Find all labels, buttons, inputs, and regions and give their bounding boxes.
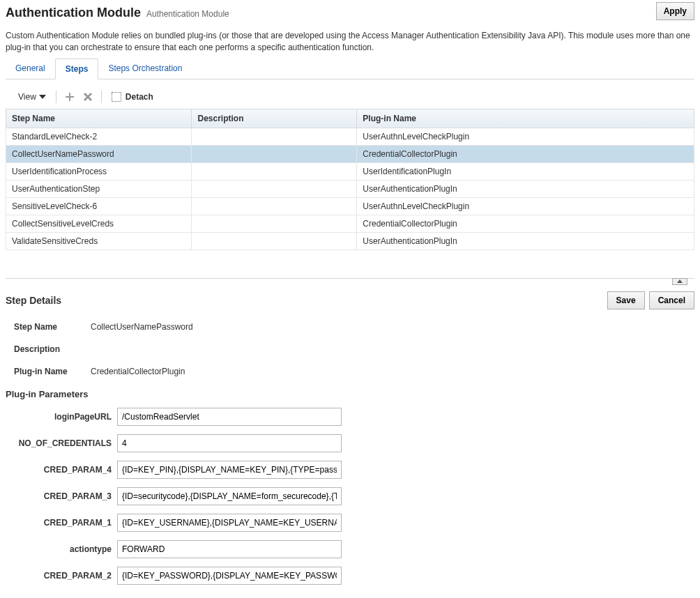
table-cell: UserAuthnLevelCheckPlugin (357, 197, 694, 215)
table-cell (192, 162, 357, 180)
module-description: Custom Authentication Module relies on b… (6, 30, 694, 54)
param-input[interactable] (117, 567, 342, 585)
save-button[interactable]: Save (607, 291, 645, 309)
param-label: CRED_PARAM_1 (6, 518, 112, 528)
table-cell: CredentialCollectorPlugin (357, 145, 694, 162)
table-row[interactable]: StandardLevelCheck-2UserAuthnLevelCheckP… (6, 128, 694, 145)
param-label: actiontype (6, 544, 112, 554)
param-label: CRED_PARAM_2 (6, 571, 112, 581)
table-cell (192, 128, 357, 145)
table-cell: CollectUserNamePassword (6, 145, 192, 162)
table-cell: ValidateSensitiveCreds (6, 232, 192, 250)
param-label: loginPageURL (6, 412, 112, 422)
table-cell: CredentialCollectorPlugin (357, 215, 694, 232)
table-toolbar: View Detach (6, 89, 694, 105)
add-button[interactable] (62, 89, 77, 105)
table-row[interactable]: CollectSensitiveLevelCredsCredentialColl… (6, 215, 694, 232)
cancel-button[interactable]: Cancel (649, 291, 694, 309)
toolbar-divider (56, 91, 56, 103)
splitter (6, 278, 694, 279)
apply-button[interactable]: Apply (656, 2, 694, 20)
tab-steps-orchestration[interactable]: Steps Orchestration (98, 59, 192, 79)
collapse-handle[interactable] (672, 278, 687, 285)
chevron-up-icon (677, 279, 683, 283)
table-cell: UserAuthenticationPlugIn (357, 232, 694, 250)
param-input[interactable] (117, 540, 342, 558)
toolbar-divider (101, 91, 102, 103)
detach-icon (112, 92, 121, 102)
plugin-parameters-title: Plug-in Parameters (6, 389, 694, 399)
param-label: CRED_PARAM_4 (6, 465, 112, 475)
table-cell: UserIdentificationPlugIn (357, 162, 694, 180)
view-label: View (18, 92, 36, 102)
table-cell: UserIdentificationProcess (6, 162, 192, 180)
table-row[interactable]: ValidateSensitiveCredsUserAuthentication… (6, 232, 694, 250)
detach-button[interactable]: Detach (107, 89, 158, 105)
label-step-name: Step Name (14, 322, 84, 332)
steps-table: Step Name Description Plug-in Name Stand… (6, 109, 694, 250)
table-cell (192, 197, 357, 215)
table-cell: CollectSensitiveLevelCreds (6, 215, 192, 232)
tab-steps[interactable]: Steps (55, 59, 99, 79)
tab-general[interactable]: General (6, 59, 55, 79)
param-input[interactable] (117, 434, 342, 452)
tabs: General Steps Steps Orchestration (6, 59, 694, 79)
label-description: Description (14, 344, 84, 354)
table-cell (192, 145, 357, 162)
chevron-down-icon (39, 95, 46, 99)
value-step-name: CollectUserNamePassword (91, 322, 193, 332)
param-input[interactable] (117, 461, 342, 479)
param-label: NO_OF_CREDENTIALS (6, 438, 112, 448)
table-cell (192, 180, 357, 197)
param-label: CRED_PARAM_3 (6, 491, 112, 501)
detach-label: Detach (125, 92, 153, 102)
table-row[interactable]: UserIdentificationProcessUserIdentificat… (6, 162, 694, 180)
table-row[interactable]: SensitiveLevelCheck-6UserAuthnLevelCheck… (6, 197, 694, 215)
label-plugin-name: Plug-in Name (14, 367, 84, 376)
col-description[interactable]: Description (192, 109, 357, 128)
step-details-title: Step Details (6, 295, 61, 306)
table-cell: UserAuthnLevelCheckPlugin (357, 128, 694, 145)
value-plugin-name: CredentialCollectorPlugin (91, 367, 185, 376)
table-cell (192, 215, 357, 232)
table-cell (192, 232, 357, 250)
param-input[interactable] (117, 408, 342, 426)
plus-icon (63, 91, 76, 103)
table-cell: UserAuthenticationStep (6, 180, 192, 197)
delete-button[interactable] (80, 89, 96, 105)
x-icon (82, 91, 94, 103)
table-cell: StandardLevelCheck-2 (6, 128, 192, 145)
page-subtitle: Authentication Module (146, 6, 229, 19)
table-cell: UserAuthenticationPlugIn (357, 180, 694, 197)
table-cell: SensitiveLevelCheck-6 (6, 197, 192, 215)
param-input[interactable] (117, 487, 342, 505)
page-title: Authentication Module (6, 6, 141, 20)
view-menu[interactable]: View (14, 89, 50, 105)
param-input[interactable] (117, 514, 342, 532)
col-plugin-name[interactable]: Plug-in Name (357, 109, 694, 128)
table-row[interactable]: CollectUserNamePasswordCredentialCollect… (6, 145, 694, 162)
col-step-name[interactable]: Step Name (6, 109, 192, 128)
table-row[interactable]: UserAuthenticationStepUserAuthentication… (6, 180, 694, 197)
